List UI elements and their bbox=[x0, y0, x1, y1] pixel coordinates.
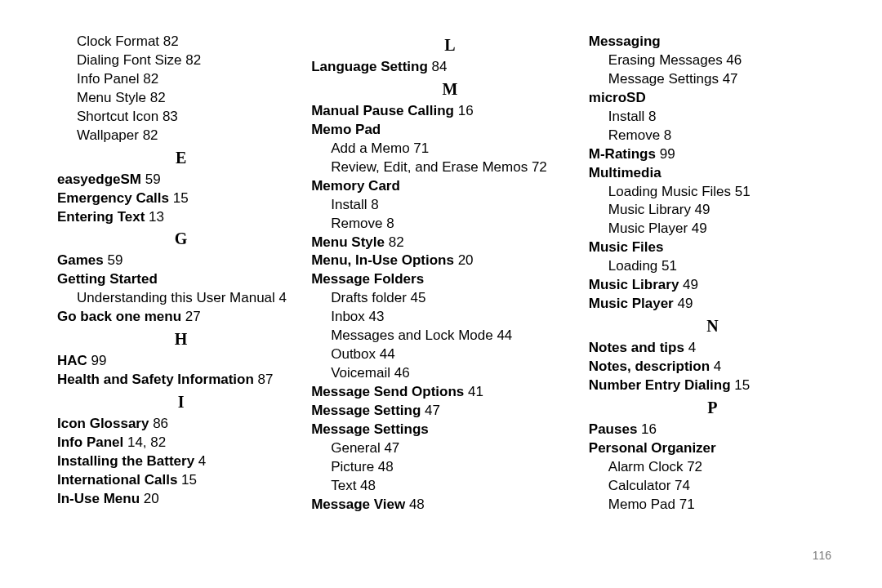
index-page-ref: 99 bbox=[656, 146, 675, 162]
index-subterm: Messages and Lock Mode bbox=[331, 327, 492, 343]
index-subterm: Review, Edit, and Erase Memos bbox=[331, 159, 528, 175]
index-page-ref: 84 bbox=[428, 59, 448, 74]
index-page-ref: 82 bbox=[139, 127, 158, 143]
index-page-ref: 49 bbox=[688, 220, 707, 236]
index-page-ref: 82 bbox=[385, 234, 404, 250]
index-entry: Notes and tips 4 bbox=[589, 339, 836, 358]
index-subterm: Drafts folder bbox=[331, 290, 407, 305]
index-page-ref: 48 bbox=[405, 497, 425, 512]
index-subterm: Loading bbox=[608, 258, 658, 274]
index-term: Games bbox=[57, 252, 104, 268]
index-subentry: Picture 48 bbox=[311, 458, 589, 477]
index-subterm: Erasing Messages bbox=[608, 52, 723, 68]
index-subterm: Loading Music Files bbox=[608, 184, 731, 199]
index-term: Notes, description bbox=[589, 359, 710, 374]
index-page-ref: 49 bbox=[674, 296, 693, 311]
index-page-ref: 8 bbox=[660, 127, 671, 143]
index-subentry: Add a Memo 71 bbox=[311, 140, 589, 158]
index-subterm: Info Panel bbox=[77, 71, 140, 87]
index-entry: In-Use Menu 20 bbox=[57, 490, 305, 509]
index-page-ref: 49 bbox=[691, 202, 710, 217]
index-term: Message Send Options bbox=[311, 384, 464, 399]
section-letter: M bbox=[311, 78, 589, 100]
index-subentry: Menu Style 82 bbox=[57, 89, 305, 108]
index-entry: Messaging bbox=[589, 33, 836, 51]
index-entry: Menu Style 82 bbox=[311, 234, 589, 252]
index-term: Menu, In-Use Options bbox=[311, 252, 454, 268]
index-subterm: Text bbox=[331, 478, 356, 493]
index-entry: Message Settings bbox=[311, 421, 589, 439]
index-subentry: Message Settings 47 bbox=[589, 70, 836, 89]
section-letter: L bbox=[311, 34, 589, 56]
index-term: Menu Style bbox=[311, 234, 385, 250]
index-page: Clock Format 82Dialing Font Size 82Info … bbox=[0, 0, 882, 588]
index-subterm: Install bbox=[331, 197, 367, 212]
index-subterm: Music Player bbox=[608, 220, 688, 236]
index-page-ref: 71 bbox=[675, 497, 695, 512]
index-page-ref: 71 bbox=[410, 140, 430, 156]
index-subentry: Clock Format 82 bbox=[57, 33, 305, 51]
index-subterm: Remove bbox=[331, 216, 382, 231]
index-subentry: Wallpaper 82 bbox=[57, 127, 305, 145]
index-entry: Health and Safety Information 87 bbox=[57, 371, 305, 390]
index-entry: Memo Pad bbox=[311, 121, 589, 140]
index-subentry: Loading Music Files 51 bbox=[589, 183, 836, 202]
index-term: HAC bbox=[57, 353, 87, 368]
index-columns: Clock Format 82Dialing Font Size 82Info … bbox=[57, 33, 836, 548]
index-entry: microSD bbox=[589, 89, 836, 108]
index-entry: Message View 48 bbox=[311, 496, 589, 514]
index-page-ref: 20 bbox=[454, 252, 474, 268]
index-entry: Music Files bbox=[589, 238, 836, 257]
index-term: Icon Glossary bbox=[57, 416, 149, 431]
section-letter: E bbox=[57, 147, 305, 169]
index-term: M-Ratings bbox=[589, 146, 656, 162]
index-subterm: Clock Format bbox=[77, 33, 159, 49]
index-column-2: LLanguage Setting 84MManual Pause Callin… bbox=[311, 33, 589, 548]
index-page-ref: 20 bbox=[140, 491, 159, 506]
index-page-ref: 72 bbox=[528, 159, 547, 175]
index-term: Music Player bbox=[589, 296, 674, 311]
index-page-ref: 82 bbox=[140, 71, 159, 87]
index-term: Message Folders bbox=[311, 271, 424, 287]
index-subentry: Text 48 bbox=[311, 477, 589, 496]
index-subentry: Alarm Clock 72 bbox=[589, 458, 836, 477]
index-page-ref: 82 bbox=[146, 90, 166, 105]
index-page-ref: 4 bbox=[194, 453, 206, 469]
index-subentry: Erasing Messages 46 bbox=[589, 51, 836, 70]
index-entry: Language Setting 84 bbox=[311, 58, 589, 77]
index-page-ref: 82 bbox=[182, 52, 202, 68]
index-page-ref: 48 bbox=[356, 478, 376, 493]
index-subterm: Outbox bbox=[331, 346, 376, 362]
index-term: Emergency Calls bbox=[57, 190, 169, 206]
section-letter: G bbox=[57, 228, 305, 250]
index-entry: Personal Organizer bbox=[589, 439, 836, 458]
index-subterm: Dialing Font Size bbox=[77, 52, 182, 68]
index-subterm: Memo Pad bbox=[608, 497, 675, 512]
index-page-ref: 15 bbox=[731, 377, 751, 393]
index-term: Info Panel bbox=[57, 434, 123, 450]
index-column-1: Clock Format 82Dialing Font Size 82Info … bbox=[57, 33, 311, 548]
index-term: Personal Organizer bbox=[589, 440, 716, 456]
index-entry: Entering Text 13 bbox=[57, 208, 305, 227]
index-term: Message Setting bbox=[311, 403, 421, 418]
index-subterm: Alarm Clock bbox=[608, 459, 684, 474]
index-page-ref: 47 bbox=[719, 71, 738, 87]
index-term: International Calls bbox=[57, 472, 177, 488]
index-subterm: Shortcut Icon bbox=[77, 109, 158, 124]
index-term: Message View bbox=[311, 497, 405, 512]
index-entry: Number Entry Dialing 15 bbox=[589, 376, 836, 395]
index-term: Notes and tips bbox=[589, 340, 684, 355]
index-term: Health and Safety Information bbox=[57, 372, 254, 387]
index-entry: M-Ratings 99 bbox=[589, 145, 836, 164]
index-subterm: General bbox=[331, 440, 380, 456]
index-entry: Multimedia bbox=[589, 164, 836, 183]
index-page-ref: 86 bbox=[149, 416, 168, 431]
index-page-ref: 49 bbox=[679, 277, 698, 292]
page-number: 116 bbox=[57, 548, 836, 564]
index-page-ref: 27 bbox=[181, 309, 201, 324]
index-term: Getting Started bbox=[57, 271, 158, 287]
index-page-ref: 44 bbox=[376, 346, 395, 362]
index-term: Manual Pause Calling bbox=[311, 103, 454, 118]
index-term: Entering Text bbox=[57, 209, 145, 225]
index-entry: Getting Started bbox=[57, 270, 305, 289]
